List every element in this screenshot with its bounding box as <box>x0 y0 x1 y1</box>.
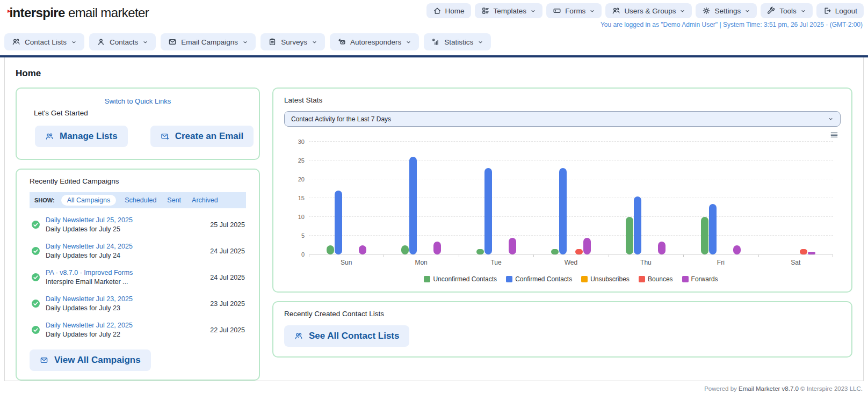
bar-forwards-wed[interactable] <box>583 238 591 255</box>
campaign-row: Daily Newsletter Jul 22, 2025Daily Updat… <box>30 317 246 343</box>
campaign-text: Daily Newsletter Jul 23, 2025Daily Updat… <box>46 295 210 312</box>
nav-item-forms[interactable]: Forms <box>546 3 602 18</box>
contact-activity-chart: 051015202530 SunMonTueWedThuFriSat Uncon… <box>309 142 833 283</box>
bar-unconfirmed-contacts-sun[interactable] <box>327 245 334 255</box>
campaign-name-link[interactable]: Daily Newsletter Jul 24, 2025 <box>46 243 210 250</box>
bar-forwards-fri[interactable] <box>733 245 741 255</box>
chart-x-label-wed: Wed <box>533 259 608 266</box>
view-all-wrap: View All Campaigns <box>30 349 246 371</box>
legend-item-unconfirmed-contacts[interactable]: Unconfirmed Contacts <box>424 275 497 283</box>
recent-campaigns-title: Recently Edited Campaigns <box>30 177 246 185</box>
campaign-name-link[interactable]: PA - v8.7.0 - Improved Forms <box>46 269 210 276</box>
nav-item-contacts[interactable]: Contacts <box>89 33 156 50</box>
autoresponder-icon <box>337 38 346 46</box>
nav-item-surveys[interactable]: Surveys <box>261 33 325 50</box>
bar-forwards-tue[interactable] <box>509 238 516 255</box>
contact-lists-icon <box>45 132 54 141</box>
view-all-campaigns-button[interactable]: View All Campaigns <box>30 349 151 371</box>
see-all-contact-lists-button[interactable]: See All Contact Lists <box>284 325 409 347</box>
campaign-date: 22 Jul 2025 <box>210 326 246 334</box>
chart-legend: Unconfirmed ContactsConfirmed ContactsUn… <box>309 275 833 283</box>
nav-item-contact-lists[interactable]: Contact Lists <box>4 33 84 50</box>
nav-item-label: Tools <box>779 7 797 15</box>
nav-item-email-campaigns[interactable]: Email Campaigns <box>161 33 256 50</box>
bar-unconfirmed-contacts-thu[interactable] <box>626 217 633 254</box>
bar-confirmed-contacts-wed[interactable] <box>559 168 567 254</box>
campaign-name-link[interactable]: Daily Newsletter Jul 25, 2025 <box>46 216 210 224</box>
bar-group-mon <box>384 142 458 254</box>
logo-product: email marketer <box>65 5 149 20</box>
left-column: Switch to Quick Links Let's Get Started … <box>16 88 260 381</box>
nav-item-settings[interactable]: Settings <box>696 3 757 18</box>
bar-confirmed-contacts-fri[interactable] <box>709 204 717 255</box>
campaign-date: 24 Jul 2025 <box>210 274 246 281</box>
legend-item-forwards[interactable]: Forwards <box>682 275 718 283</box>
bar-forwards-thu[interactable] <box>658 242 666 255</box>
chevron-down-icon <box>744 8 750 14</box>
filter-tab-scheduled[interactable]: Scheduled <box>122 195 158 206</box>
bar-unconfirmed-contacts-fri[interactable] <box>701 217 708 254</box>
email-icon <box>40 356 48 364</box>
chart-x-label-mon: Mon <box>384 259 458 266</box>
nav-item-users-groups[interactable]: Users & Groups <box>605 3 692 18</box>
stats-period-select[interactable]: Contact Activity for the Last 7 Days <box>284 111 841 127</box>
page-footer: Powered by Email Marketer v8.7.0 © Inter… <box>0 381 868 392</box>
campaign-list: Daily Newsletter Jul 25, 2025Daily Updat… <box>30 212 246 343</box>
chart-y-tick-label: 5 <box>287 232 305 239</box>
nav-item-label: Home <box>445 7 465 15</box>
bar-forwards-mon[interactable] <box>433 242 441 255</box>
nav-item-autoresponders[interactable]: Autoresponders <box>330 33 419 50</box>
legend-swatch <box>581 276 588 282</box>
bar-unconfirmed-contacts-mon[interactable] <box>401 245 409 255</box>
bar-bounces-sat[interactable] <box>800 249 807 255</box>
nav-item-logout[interactable]: Logout <box>816 3 864 18</box>
chevron-down-icon <box>312 39 317 45</box>
filter-tab-all-campaigns[interactable]: All Campaigns <box>61 195 117 206</box>
campaign-text: Daily Newsletter Jul 22, 2025Daily Updat… <box>46 322 210 338</box>
campaign-name-link[interactable]: Daily Newsletter Jul 22, 2025 <box>46 322 210 329</box>
bar-confirmed-contacts-thu[interactable] <box>634 196 641 255</box>
main-nav: HomeTemplatesFormsUsers & GroupsSettings… <box>426 3 864 18</box>
legend-item-confirmed-contacts[interactable]: Confirmed Contacts <box>506 275 572 283</box>
bar-unconfirmed-contacts-tue[interactable] <box>476 249 484 255</box>
get-started-panel: Switch to Quick Links Let's Get Started … <box>16 88 260 160</box>
campaign-name-link[interactable]: Daily Newsletter Jul 23, 2025 <box>46 295 210 303</box>
chart-x-label-sun: Sun <box>309 259 384 266</box>
create-an-email-button[interactable]: Create an Email <box>150 126 254 147</box>
legend-item-bounces[interactable]: Bounces <box>639 275 673 283</box>
switch-to-quick-links-link[interactable]: Switch to Quick Links <box>30 97 246 105</box>
chart-x-tick <box>758 254 759 257</box>
filter-tab-archived[interactable]: Archived <box>190 195 220 206</box>
chevron-down-icon <box>406 39 411 45</box>
chart-y-tick-label: 10 <box>287 214 305 220</box>
bar-group-fri <box>683 142 758 254</box>
bar-unconfirmed-contacts-wed[interactable] <box>551 249 559 255</box>
nav-item-statistics[interactable]: Statistics <box>424 33 491 50</box>
chevron-down-icon <box>142 39 148 45</box>
nav-item-label: Autoresponders <box>350 38 401 46</box>
logo-brand: interspire <box>9 5 64 20</box>
recent-contact-lists-title: Recently Created Contact Lists <box>284 310 841 318</box>
bar-bounces-wed[interactable] <box>575 249 583 255</box>
bar-forwards-sun[interactable] <box>359 245 366 255</box>
campaign-filter-bar: SHOW: All CampaignsScheduledSentArchived <box>30 192 246 208</box>
legend-item-unsubscribes[interactable]: Unsubscribes <box>581 275 630 283</box>
chart-menu-button[interactable] <box>830 130 838 139</box>
bar-confirmed-contacts-mon[interactable] <box>409 157 417 254</box>
bar-confirmed-contacts-sun[interactable] <box>335 191 342 254</box>
email-plus-icon <box>161 132 169 141</box>
bar-forwards-sat[interactable] <box>808 252 815 254</box>
chart-x-tick <box>459 254 459 257</box>
chart-x-label-thu: Thu <box>609 259 683 266</box>
chart-x-tick <box>833 254 833 257</box>
nav-item-tools[interactable]: Tools <box>761 3 813 18</box>
campaign-row: Daily Newsletter Jul 24, 2025Daily Updat… <box>30 238 246 264</box>
nav-item-home[interactable]: Home <box>426 3 471 18</box>
campaign-text: Daily Newsletter Jul 24, 2025Daily Updat… <box>46 243 210 259</box>
bar-confirmed-contacts-tue[interactable] <box>484 168 492 254</box>
manage-lists-button[interactable]: Manage Lists <box>35 126 128 147</box>
chart-y-tick-label: 25 <box>287 157 305 164</box>
filter-tab-sent[interactable]: Sent <box>165 195 183 206</box>
legend-swatch <box>506 276 512 282</box>
nav-item-templates[interactable]: Templates <box>475 3 543 18</box>
